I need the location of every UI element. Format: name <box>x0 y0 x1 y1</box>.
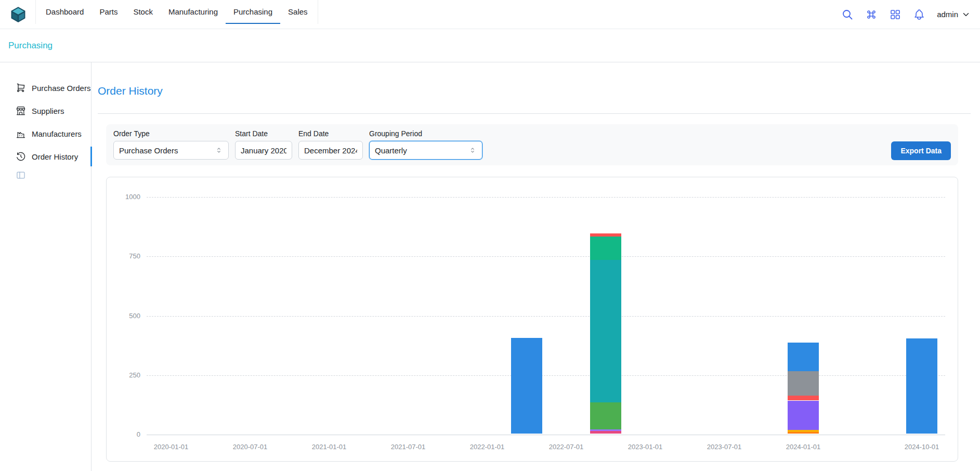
notifications-bell-icon[interactable] <box>913 8 925 21</box>
sidebar-item-label: Suppliers <box>32 107 64 115</box>
sidebar-item-suppliers[interactable]: Suppliers <box>0 99 91 122</box>
gridline-500 <box>147 316 945 317</box>
tab-dashboard[interactable]: Dashboard <box>38 0 92 24</box>
gridline-0 <box>147 435 945 435</box>
username: admin <box>937 10 958 19</box>
export-data-button[interactable]: Export Data <box>891 141 951 160</box>
order-type-field: Order Type Purchase Orders <box>113 129 229 160</box>
gridline-750 <box>147 256 945 257</box>
sidebar-item-label: Order History <box>32 152 78 161</box>
building-factory-icon <box>16 128 26 139</box>
panel-body: Order Type Purchase Orders Start Date En… <box>106 124 958 462</box>
x-axis-label: 2020-07-01 <box>221 443 279 451</box>
chevron-down-icon <box>961 10 971 19</box>
bar-segment-2024-01-01-blue <box>788 343 819 372</box>
bar-segment-2024-01-01-red <box>788 396 819 400</box>
x-axis-label: 2020-01-01 <box>142 443 200 451</box>
grouping-period-select[interactable]: Quarterly <box>369 141 482 160</box>
search-icon[interactable] <box>841 8 854 21</box>
main-panel: Order History Order Type Purchase Orders… <box>92 62 980 471</box>
x-axis-label: 2023-07-01 <box>696 443 753 451</box>
app-window: DashboardPartsStockManufacturingPurchasi… <box>0 0 980 471</box>
bar-segment-2022-10-01-green <box>590 402 621 429</box>
x-axis-label: 2023-01-01 <box>617 443 674 451</box>
bar-segment-2024-01-01-orange <box>788 432 819 434</box>
chart-plot: 025050075010002020-01-012020-07-012021-0… <box>107 177 958 461</box>
start-date-field: Start Date <box>235 129 292 160</box>
y-axis-label: 750 <box>109 252 140 260</box>
y-axis-label: 1000 <box>109 193 140 201</box>
sidebar-list: Purchase OrdersSuppliersManufacturersOrd… <box>0 76 91 168</box>
bar-segment-2022-04-01-blue <box>511 338 542 434</box>
grouping-period-label: Grouping Period <box>369 129 482 138</box>
bar-segment-2022-10-01-red <box>590 233 621 237</box>
start-date-label: Start Date <box>235 129 292 138</box>
history-icon <box>16 151 26 162</box>
sidebar-item-purchase-orders[interactable]: Purchase Orders <box>0 76 91 99</box>
end-date-field: End Date <box>298 129 363 160</box>
sidebar-item-label: Manufacturers <box>32 129 82 138</box>
bar-segment-2022-10-01-violet <box>590 429 621 431</box>
barcode-scan-icon[interactable] <box>889 8 901 21</box>
x-axis-label: 2022-07-01 <box>538 443 595 451</box>
app-logo-icon[interactable] <box>9 6 27 23</box>
selector-icon <box>468 146 477 154</box>
building-store-icon <box>16 106 26 116</box>
start-date-input[interactable] <box>235 141 292 160</box>
filter-panel: Order Type Purchase Orders Start Date En… <box>106 124 958 165</box>
breadcrumb-purchasing[interactable]: Purchasing <box>8 41 53 51</box>
y-axis-label: 0 <box>109 430 140 438</box>
bar-segment-2022-10-01-teal <box>590 260 621 402</box>
nav-actions: admin <box>841 8 971 21</box>
tab-sales[interactable]: Sales <box>280 0 316 24</box>
command-palette-icon[interactable] <box>865 8 878 21</box>
bar-segment-2022-10-01-emerald <box>590 237 621 260</box>
sidebar-item-order-history[interactable]: Order History <box>0 145 91 168</box>
end-date-input[interactable] <box>298 141 363 160</box>
x-axis-label: 2021-07-01 <box>380 443 437 451</box>
selector-icon <box>215 146 223 154</box>
grouping-period-value: Quarterly <box>375 146 407 155</box>
page-title: Order History <box>98 84 971 98</box>
gridline-250 <box>147 375 945 376</box>
order-type-value: Purchase Orders <box>119 146 178 155</box>
tab-purchasing[interactable]: Purchasing <box>226 0 280 24</box>
top-navbar: DashboardPartsStockManufacturingPurchasi… <box>0 0 980 29</box>
order-history-chart: 025050075010002020-01-012020-07-012021-0… <box>106 177 958 462</box>
bar-segment-2024-10-01-blue <box>906 338 937 434</box>
panel-divider <box>98 113 971 114</box>
grouping-period-field: Grouping Period Quarterly <box>369 129 482 160</box>
bar-segment-2024-01-01-gray <box>788 371 819 396</box>
sidebar-collapse-icon[interactable] <box>16 170 26 180</box>
sidebar: Purchase OrdersSuppliersManufacturersOrd… <box>0 62 92 471</box>
order-type-select[interactable]: Purchase Orders <box>113 141 229 160</box>
x-axis-label: 2024-01-01 <box>775 443 832 451</box>
nav-tabs: DashboardPartsStockManufacturingPurchasi… <box>35 0 318 24</box>
x-axis-label: 2022-01-01 <box>459 443 516 451</box>
end-date-label: End Date <box>298 129 363 138</box>
bar-segment-2024-01-01-yellow <box>788 430 819 432</box>
tab-parts[interactable]: Parts <box>92 0 125 24</box>
bar-segment-2022-10-01-pink <box>590 431 621 434</box>
tab-manufacturing[interactable]: Manufacturing <box>161 0 226 24</box>
y-axis-label: 250 <box>109 371 140 379</box>
sidebar-item-label: Purchase Orders <box>32 84 90 93</box>
x-axis-label: 2021-01-01 <box>300 443 358 451</box>
bar-segment-2024-01-01-violet <box>788 401 819 430</box>
user-menu[interactable]: admin <box>937 10 971 19</box>
order-type-label: Order Type <box>113 129 229 138</box>
content-area: Purchase OrdersSuppliersManufacturersOrd… <box>0 62 980 471</box>
shopping-cart-icon <box>16 83 26 93</box>
y-axis-label: 500 <box>109 312 140 320</box>
breadcrumb: Purchasing <box>0 29 980 62</box>
tab-stock[interactable]: Stock <box>125 0 161 24</box>
sidebar-item-manufacturers[interactable]: Manufacturers <box>0 122 91 145</box>
x-axis-label: 2024-10-01 <box>893 443 950 451</box>
gridline-1000 <box>147 197 945 198</box>
